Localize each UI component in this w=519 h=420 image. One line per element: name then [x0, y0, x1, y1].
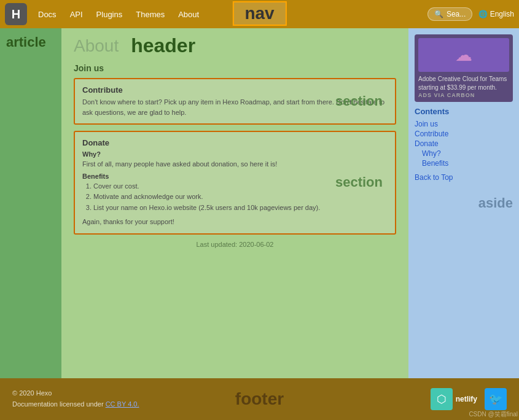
contribute-title: Contribute [82, 85, 388, 95]
contribute-section: Contribute Don't know where to start? Pi… [74, 78, 396, 125]
advertisement[interactable]: ☁ Adobe Creative Cloud for Teams startin… [415, 34, 513, 102]
page-title-about: About [74, 36, 119, 56]
back-to-top-link[interactable]: Back to Top [415, 173, 513, 182]
aside-region: aside ☁ Adobe Creative Cloud for Teams s… [408, 28, 519, 378]
nav-link-themes[interactable]: Themes [130, 7, 171, 21]
join-us-heading: Join us [74, 63, 396, 73]
language-selector[interactable]: 🌐 English [478, 10, 514, 18]
search-placeholder: Sea... [447, 10, 466, 18]
main-layout: article About header Join us Contribute … [0, 28, 519, 378]
nav-bar: H Docs API Plugins Themes About nav 🔍 Se… [0, 0, 519, 28]
footer: © 2020 Hexo Documentation licensed under… [0, 378, 519, 420]
nav-link-api[interactable]: API [64, 7, 89, 21]
article-region: article [0, 28, 61, 378]
logo-h: H [12, 7, 20, 21]
footer-copyright: © 2020 Hexo Documentation licensed under… [12, 388, 139, 410]
main-content: About header Join us Contribute Don't kn… [61, 28, 408, 378]
list-item: Cover our cost. [93, 181, 388, 192]
toc-item-contribute[interactable]: Contribute [415, 129, 513, 139]
nav-link-docs[interactable]: Docs [32, 7, 63, 21]
nav-link-about[interactable]: About [172, 7, 205, 21]
page-header-label: header [131, 34, 195, 57]
license-link[interactable]: CC BY 4.0. [106, 400, 139, 408]
footer-right: ⬡ netlify 🐦 [431, 388, 507, 410]
nav-links: Docs API Plugins Themes About [32, 7, 427, 21]
twitter-icon[interactable]: 🐦 [485, 388, 507, 410]
main-inner: Join us Contribute Don't know where to s… [61, 60, 408, 254]
netlify-icon: ⬡ [431, 388, 453, 410]
aside-label-text: aside [478, 195, 513, 211]
article-label-text: article [6, 34, 46, 50]
search-icon: 🔍 [434, 10, 443, 18]
license-text: Documentation licensed under CC BY 4.0. [12, 399, 139, 410]
netlify-label: netlify [456, 395, 477, 403]
last-updated: Last updated: 2020-06-02 [74, 241, 396, 248]
page-header: About header [61, 28, 408, 60]
list-item: Motivate and acknowledge our work. [93, 192, 388, 203]
toc-item-why[interactable]: Why? [415, 149, 513, 158]
netlify-badge[interactable]: ⬡ netlify [431, 388, 477, 410]
donate-title: Donate [82, 138, 388, 147]
globe-icon: 🌐 [478, 10, 488, 18]
nav-right: 🔍 Sea... 🌐 English [427, 7, 514, 21]
donate-benefits-heading: Benefits [82, 173, 388, 180]
cloud-icon: ☁ [455, 45, 472, 65]
list-item: List your name on Hexo.io website (2.5k … [93, 203, 388, 214]
donate-why-text: First of all, many people have asked abo… [82, 159, 388, 169]
donate-why-heading: Why? [82, 150, 388, 158]
search-box[interactable]: 🔍 Sea... [427, 7, 472, 21]
nav-logo[interactable]: H [5, 3, 27, 25]
toc-item-donate[interactable]: Donate [415, 139, 513, 149]
toc-item-join-us[interactable]: Join us [415, 119, 513, 129]
language-label: English [490, 10, 514, 18]
ad-image: ☁ [418, 38, 509, 72]
ad-label: ADS VIA CARBON [418, 92, 509, 98]
toc-title: Contents [415, 107, 513, 116]
ad-text: Adobe Creative Cloud for Teams starting … [418, 75, 509, 92]
contribute-text: Don't know where to start? Pick up any i… [82, 97, 388, 117]
footer-label: footer [235, 389, 284, 409]
donate-benefits-list: Cover our cost. Motivate and acknowledge… [82, 181, 388, 214]
donate-thanks: Again, thanks for your support! [82, 217, 388, 227]
license-prefix: Documentation licensed under [12, 400, 104, 408]
toc-item-benefits[interactable]: Benefits [415, 158, 513, 168]
donate-section: Donate Why? First of all, many people ha… [74, 131, 396, 235]
toc-list: Join us Contribute Donate Why? Benefits [415, 119, 513, 168]
nav-link-plugins[interactable]: Plugins [90, 7, 129, 21]
watermark: CSDN @笑霸final [469, 410, 518, 419]
copyright-text: © 2020 Hexo [12, 388, 139, 399]
